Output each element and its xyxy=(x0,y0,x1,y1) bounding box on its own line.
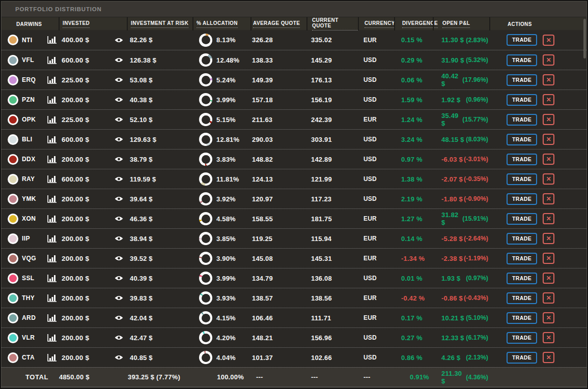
visibility-eye-icon[interactable] xyxy=(115,176,123,182)
remove-button[interactable]: ✕ xyxy=(543,233,554,244)
trade-button[interactable]: TRADE xyxy=(507,173,537,185)
bar-chart-icon[interactable] xyxy=(47,135,57,144)
trade-button[interactable]: TRADE xyxy=(507,332,537,344)
remove-button[interactable]: ✕ xyxy=(543,74,554,85)
close-icon: ✕ xyxy=(546,315,551,321)
remove-button[interactable]: ✕ xyxy=(543,352,554,363)
table-row: ARD 200.00 $ 42.04 $ xyxy=(2,308,586,327)
pnl-value: 1.92 $ xyxy=(441,96,460,104)
visibility-eye-icon[interactable] xyxy=(115,136,123,142)
table-row: THY 200.00 $ 39.83 $ xyxy=(2,288,586,308)
actions-cell: TRADE ✕ xyxy=(489,268,586,288)
allocation-value: 8.13% xyxy=(216,36,236,44)
bar-chart-icon[interactable] xyxy=(47,195,57,203)
bar-chart-icon[interactable] xyxy=(47,215,57,223)
trade-button[interactable]: TRADE xyxy=(507,74,537,86)
visibility-eye-icon[interactable] xyxy=(115,335,123,341)
bar-chart-icon[interactable] xyxy=(47,334,57,342)
bar-chart-icon[interactable] xyxy=(47,254,57,263)
remove-button[interactable]: ✕ xyxy=(543,114,554,125)
trade-button[interactable]: TRADE xyxy=(507,134,537,145)
visibility-eye-icon[interactable] xyxy=(115,354,123,361)
darwin-name: THY xyxy=(22,294,47,302)
remove-button[interactable]: ✕ xyxy=(543,332,554,343)
bar-chart-icon[interactable] xyxy=(47,115,57,124)
remove-button[interactable]: ✕ xyxy=(543,312,554,323)
currency-cell: EUR xyxy=(358,288,394,308)
visibility-eye-icon[interactable] xyxy=(115,37,123,43)
bar-chart-icon[interactable] xyxy=(47,234,57,243)
column-header-investment-at-risk[interactable]: INVESTMENT AT RISK xyxy=(127,17,192,31)
actions-cell: TRADE ✕ xyxy=(489,50,586,70)
bar-chart-icon[interactable] xyxy=(47,56,57,65)
visibility-eye-icon[interactable] xyxy=(115,255,123,261)
visibility-eye-icon[interactable] xyxy=(115,216,123,222)
visibility-eye-icon[interactable] xyxy=(115,57,123,63)
remove-button[interactable]: ✕ xyxy=(543,193,554,204)
allocation-cell: 3.83% xyxy=(192,149,250,169)
bar-chart-icon[interactable] xyxy=(47,175,57,184)
bar-chart-icon[interactable] xyxy=(47,36,57,44)
remove-button[interactable]: ✕ xyxy=(543,94,554,105)
visibility-eye-icon[interactable] xyxy=(115,275,123,281)
at-risk-cell: 52.10 $ xyxy=(127,110,192,129)
trade-button[interactable]: TRADE xyxy=(507,193,537,205)
remove-button[interactable]: ✕ xyxy=(543,35,554,46)
bar-chart-icon[interactable] xyxy=(47,294,57,303)
trade-button[interactable]: TRADE xyxy=(507,233,537,245)
bar-chart-icon[interactable] xyxy=(47,274,57,283)
remove-button[interactable]: ✕ xyxy=(543,253,554,264)
darwin-cell: OPK xyxy=(2,110,59,129)
remove-button[interactable]: ✕ xyxy=(543,292,554,304)
column-header-current-quote[interactable]: CURRENT QUOTE xyxy=(306,17,358,31)
bar-chart-icon[interactable] xyxy=(47,353,57,362)
trade-button[interactable]: TRADE xyxy=(507,292,537,304)
allocation-donut-chart xyxy=(199,291,212,305)
current-quote-value: 156.96 xyxy=(311,334,332,342)
remove-button[interactable]: ✕ xyxy=(543,273,554,284)
trade-button[interactable]: TRADE xyxy=(507,273,537,284)
column-header-invested[interactable]: INVESTED xyxy=(59,17,127,31)
trade-button[interactable]: TRADE xyxy=(507,312,537,324)
remove-button[interactable]: ✕ xyxy=(543,213,554,224)
average-quote-cell: 211.63 xyxy=(250,110,306,129)
close-icon: ✕ xyxy=(546,275,551,281)
visibility-eye-icon[interactable] xyxy=(115,156,123,162)
remove-button[interactable]: ✕ xyxy=(543,173,554,185)
column-header-average-quote[interactable]: AVERAGE QUOTE xyxy=(250,17,306,31)
at-risk-value: 119.59 $ xyxy=(130,175,156,183)
bar-chart-icon[interactable] xyxy=(47,314,57,322)
visibility-eye-icon[interactable] xyxy=(115,196,123,202)
remove-button[interactable]: ✕ xyxy=(543,154,554,165)
trade-button[interactable]: TRADE xyxy=(507,54,537,66)
column-header-open-pnl[interactable]: OPEN P&L xyxy=(433,17,489,31)
trade-button[interactable]: TRADE xyxy=(507,213,537,225)
remove-button[interactable]: ✕ xyxy=(543,54,554,66)
scrollbar-thumb[interactable] xyxy=(583,19,586,58)
current-quote-cell: 181.75 xyxy=(306,209,358,228)
visibility-eye-icon[interactable] xyxy=(115,97,123,103)
trade-button[interactable]: TRADE xyxy=(507,154,537,165)
trade-button[interactable]: TRADE xyxy=(507,253,537,264)
bar-chart-icon[interactable] xyxy=(47,76,57,84)
visibility-eye-icon[interactable] xyxy=(115,295,123,301)
currency-value: EUR xyxy=(363,314,377,321)
column-header-currency[interactable]: CURRENCY xyxy=(358,17,394,31)
visibility-eye-icon[interactable] xyxy=(115,77,123,83)
visibility-eye-icon[interactable] xyxy=(115,116,123,123)
trade-button[interactable]: TRADE xyxy=(507,34,537,46)
bar-chart-icon[interactable] xyxy=(47,155,57,164)
trade-button[interactable]: TRADE xyxy=(507,114,537,126)
average-quote-value: 106.46 xyxy=(252,314,273,322)
trade-button[interactable]: TRADE xyxy=(507,94,537,106)
allocation-value: 11.81% xyxy=(216,175,239,183)
column-header-allocation[interactable]: % ALLOCATION xyxy=(192,17,250,31)
remove-button[interactable]: ✕ xyxy=(543,134,554,145)
currency-cell: USD xyxy=(358,169,394,189)
column-header-divergence[interactable]: DIVERGENCE xyxy=(394,17,433,31)
visibility-eye-icon[interactable] xyxy=(115,315,123,321)
invested-value: 200.00 $ xyxy=(62,156,89,163)
trade-button[interactable]: TRADE xyxy=(507,352,537,364)
visibility-eye-icon[interactable] xyxy=(115,235,123,242)
bar-chart-icon[interactable] xyxy=(47,96,57,104)
